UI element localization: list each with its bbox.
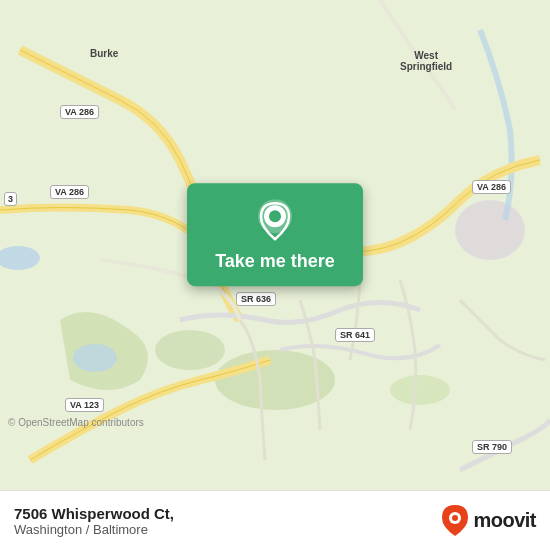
info-bar: 7506 Whisperwood Ct, Washington / Baltim… — [0, 490, 550, 550]
svg-point-6 — [73, 344, 117, 372]
take-me-there-label: Take me there — [215, 251, 335, 272]
address-section: 7506 Whisperwood Ct, Washington / Baltim… — [14, 505, 174, 537]
svg-point-11 — [452, 515, 458, 521]
address-line: 7506 Whisperwood Ct, — [14, 505, 174, 522]
va286-right-badge: VA 286 — [472, 180, 511, 194]
city-line: Washington / Baltimore — [14, 522, 174, 537]
location-pin-icon — [257, 199, 293, 245]
sr636-badge: SR 636 — [236, 292, 276, 306]
take-me-there-button[interactable]: Take me there — [187, 183, 363, 286]
moovit-text: moovit — [473, 509, 536, 532]
sr790-badge: SR 790 — [472, 440, 512, 454]
va286-top-badge: VA 286 — [60, 105, 99, 119]
moovit-logo[interactable]: moovit — [441, 504, 536, 538]
svg-point-5 — [455, 200, 525, 260]
sr641-badge: SR 641 — [335, 328, 375, 342]
svg-point-9 — [269, 210, 281, 222]
va123-badge: VA 123 — [65, 398, 104, 412]
map-container: Burke WestSpringfield VA 286 VA 286 VA 2… — [0, 0, 550, 490]
svg-point-3 — [390, 375, 450, 405]
west-springfield-label: WestSpringfield — [400, 50, 452, 72]
burke-label: Burke — [90, 48, 118, 59]
svg-point-4 — [155, 330, 225, 370]
route3-badge: 3 — [4, 192, 17, 206]
map-attribution: © OpenStreetMap contributors — [8, 417, 144, 428]
va286-mid-badge: VA 286 — [50, 185, 89, 199]
